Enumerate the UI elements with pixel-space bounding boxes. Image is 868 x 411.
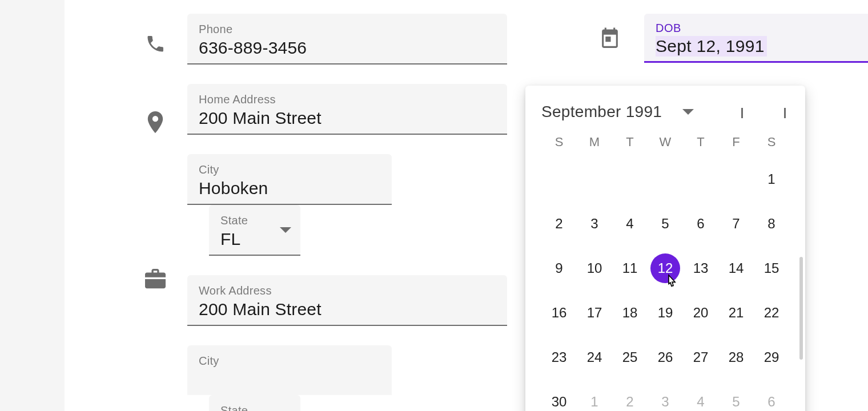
calendar-day[interactable]: 21 bbox=[721, 298, 751, 328]
phone-icon-slot bbox=[142, 14, 169, 74]
home-address-label: Home Address bbox=[199, 93, 496, 106]
city-field[interactable]: City Hoboken bbox=[187, 154, 392, 205]
date-picker: September 1991 SMTWTFS123456789101112131… bbox=[525, 86, 805, 411]
calendar-day[interactable]: 6 bbox=[686, 209, 716, 239]
work-icon-slot bbox=[142, 249, 169, 309]
chevron-left-icon bbox=[741, 108, 743, 118]
phone-field[interactable]: Phone 636-889-3456 bbox=[187, 14, 507, 65]
dob-label: DOB bbox=[656, 22, 861, 35]
field-icons-column bbox=[142, 14, 169, 309]
dob-value: Sept 12, 1991 bbox=[656, 37, 765, 55]
calendar-day[interactable]: 28 bbox=[721, 342, 751, 372]
calendar-day[interactable]: 26 bbox=[650, 342, 680, 372]
city2-label: City bbox=[199, 354, 380, 368]
calendar-day[interactable]: 5 bbox=[650, 209, 680, 239]
scrollbar[interactable] bbox=[799, 257, 803, 360]
calendar-day[interactable]: 13 bbox=[686, 253, 716, 283]
calendar-day[interactable]: 20 bbox=[686, 298, 716, 328]
calendar-day[interactable]: 29 bbox=[757, 342, 786, 372]
calendar-day[interactable]: 3 bbox=[580, 209, 609, 239]
city-value: Hoboken bbox=[199, 179, 380, 198]
calendar-day[interactable]: 25 bbox=[615, 342, 645, 372]
calendar-day[interactable]: 27 bbox=[686, 342, 716, 372]
phone-label: Phone bbox=[199, 23, 496, 36]
home-address-value: 200 Main Street bbox=[199, 108, 496, 128]
day-of-week-header: W bbox=[648, 135, 683, 150]
city2-field[interactable]: City bbox=[187, 345, 392, 395]
date-picker-header: September 1991 bbox=[541, 103, 789, 121]
prev-month-button[interactable] bbox=[738, 104, 746, 120]
calendar-day[interactable]: 24 bbox=[580, 342, 609, 372]
day-of-week-header: S bbox=[754, 135, 789, 150]
work-address-row: Work Address 200 Main Street bbox=[187, 275, 507, 326]
calendar-icon bbox=[599, 27, 621, 50]
next-month-button[interactable] bbox=[781, 104, 789, 120]
calendar-day[interactable]: 14 bbox=[721, 253, 751, 283]
calendar-day[interactable]: 8 bbox=[757, 209, 786, 239]
calendar-next-month-day[interactable]: 1 bbox=[580, 387, 609, 411]
location-pin-icon bbox=[145, 111, 166, 136]
calendar-next-month-day[interactable]: 6 bbox=[757, 387, 786, 411]
calendar-next-month-day[interactable]: 4 bbox=[686, 387, 716, 411]
form-column: Phone 636-889-3456 Home Address 200 Main… bbox=[187, 14, 507, 411]
phone-value: 636-889-3456 bbox=[199, 38, 496, 58]
state-select[interactable]: State FL bbox=[209, 205, 300, 256]
calendar-next-month-day[interactable]: 5 bbox=[721, 387, 751, 411]
chevron-down-icon bbox=[280, 227, 291, 233]
city-state-row-1: City Hoboken State FL bbox=[187, 154, 507, 256]
phone-row: Phone 636-889-3456 bbox=[187, 14, 507, 65]
calendar-grid: SMTWTFS123456789101112131415161718192021… bbox=[541, 135, 789, 411]
calendar-day[interactable]: 15 bbox=[757, 253, 786, 283]
day-of-week-header: T bbox=[612, 135, 648, 150]
chevron-right-icon bbox=[784, 108, 786, 118]
state-value: FL bbox=[220, 229, 275, 249]
city-state-row-2: City State bbox=[187, 345, 507, 411]
briefcase-icon bbox=[144, 269, 167, 289]
calendar-day[interactable]: 9 bbox=[544, 253, 574, 283]
calendar-next-month-day[interactable]: 2 bbox=[615, 387, 645, 411]
month-year-label[interactable]: September 1991 bbox=[541, 103, 662, 121]
calendar-day[interactable]: 19 bbox=[650, 298, 680, 328]
calendar-day[interactable]: 17 bbox=[580, 298, 609, 328]
state2-label: State bbox=[220, 404, 289, 411]
calendar-day[interactable]: 10 bbox=[580, 253, 609, 283]
phone-icon bbox=[145, 34, 166, 54]
work-address-label: Work Address bbox=[199, 284, 496, 297]
calendar-next-month-day[interactable]: 3 bbox=[650, 387, 680, 411]
dob-field[interactable]: DOB Sept 12, 1991 bbox=[644, 14, 868, 63]
calendar-day[interactable]: 11 bbox=[615, 253, 645, 283]
dob-row: DOB Sept 12, 1991 bbox=[598, 14, 868, 63]
dob-area: DOB Sept 12, 1991 bbox=[598, 14, 868, 63]
calendar-day[interactable]: 2 bbox=[544, 209, 574, 239]
work-address-value: 200 Main Street bbox=[199, 300, 496, 319]
state2-select[interactable]: State bbox=[209, 395, 300, 411]
chevron-down-icon[interactable] bbox=[682, 109, 694, 115]
day-of-week-header: T bbox=[683, 135, 718, 150]
city2-value bbox=[199, 370, 380, 389]
city-state-gap bbox=[142, 174, 169, 237]
work-address-field[interactable]: Work Address 200 Main Street bbox=[187, 275, 507, 326]
calendar-day[interactable]: 16 bbox=[544, 298, 574, 328]
home-address-field[interactable]: Home Address 200 Main Street bbox=[187, 84, 507, 135]
city-label: City bbox=[199, 163, 380, 176]
calendar-day[interactable]: 7 bbox=[721, 209, 751, 239]
dob-icon-slot bbox=[598, 27, 621, 50]
calendar-day[interactable]: 23 bbox=[544, 342, 574, 372]
calendar-day[interactable]: 12 bbox=[650, 253, 680, 283]
left-gutter bbox=[0, 0, 64, 411]
home-address-row: Home Address 200 Main Street bbox=[187, 84, 507, 135]
day-of-week-header: S bbox=[541, 135, 577, 150]
home-icon-slot bbox=[142, 94, 169, 154]
dob-value-highlight: Sept 12, 1991 bbox=[656, 36, 767, 57]
day-of-week-header: F bbox=[718, 135, 754, 150]
day-of-week-header: M bbox=[577, 135, 612, 150]
calendar-day[interactable]: 4 bbox=[615, 209, 645, 239]
calendar-day[interactable]: 30 bbox=[544, 387, 574, 411]
month-nav bbox=[738, 104, 789, 120]
calendar-day[interactable]: 22 bbox=[757, 298, 786, 328]
calendar-day[interactable]: 1 bbox=[757, 164, 786, 194]
state-label: State bbox=[220, 214, 275, 227]
calendar-day[interactable]: 18 bbox=[615, 298, 645, 328]
